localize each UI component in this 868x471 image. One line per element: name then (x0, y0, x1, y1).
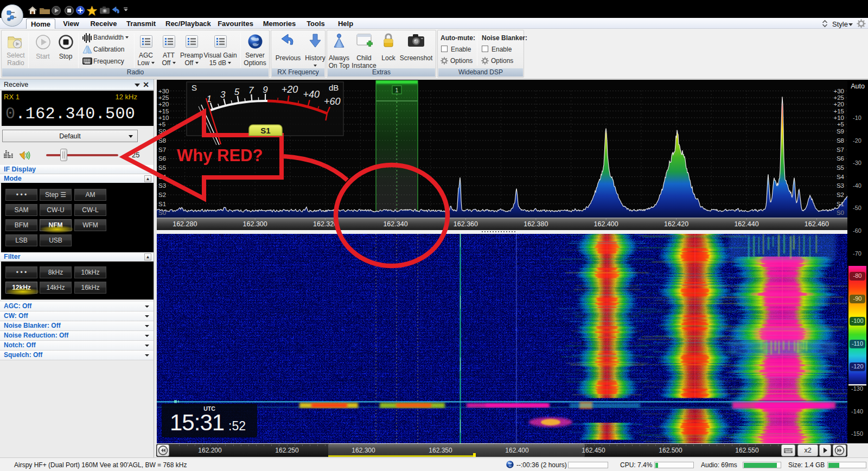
svg-text:S2: S2 (837, 192, 844, 198)
svg-text:S: S (192, 83, 197, 92)
svg-text:S3: S3 (158, 182, 166, 189)
svg-text:+5: +5 (158, 121, 165, 128)
svg-text:dB: dB (329, 83, 339, 92)
svg-text:+60: +60 (324, 96, 341, 107)
svg-text:162.280: 162.280 (173, 220, 197, 228)
svg-text:5: 5 (234, 87, 240, 97)
svg-text:162.360: 162.360 (454, 220, 478, 228)
svg-text:+10: +10 (158, 114, 169, 121)
svg-text:+25: +25 (833, 94, 844, 101)
svg-text:S2: S2 (158, 192, 166, 198)
svg-text:162.420: 162.420 (664, 220, 688, 228)
svg-text:S8: S8 (837, 137, 844, 144)
svg-text:S7: S7 (158, 147, 166, 153)
svg-text:162.340: 162.340 (383, 220, 407, 228)
svg-text:+30: +30 (158, 88, 169, 94)
svg-text:+25: +25 (158, 94, 169, 101)
svg-text:S5: S5 (158, 164, 166, 171)
svg-text:+15: +15 (158, 108, 169, 114)
svg-text:162.460: 162.460 (805, 220, 829, 228)
svg-text:S5: S5 (837, 164, 844, 171)
svg-text:S4: S4 (158, 174, 167, 180)
svg-text:15:31: 15:31 (170, 410, 224, 435)
svg-text:+15: +15 (833, 108, 844, 114)
svg-text:S8: S8 (158, 137, 166, 144)
svg-text:+40: +40 (303, 89, 320, 100)
svg-text:9: 9 (263, 85, 268, 95)
svg-text:+5: +5 (837, 121, 844, 128)
svg-text:S9: S9 (158, 128, 166, 135)
svg-text:3: 3 (220, 90, 226, 100)
svg-text:S1: S1 (837, 201, 844, 207)
svg-text:S0: S0 (837, 209, 844, 216)
svg-text:S9: S9 (837, 128, 844, 135)
svg-text:S4: S4 (837, 174, 845, 180)
svg-text:162.320: 162.320 (313, 220, 337, 228)
svg-text:7: 7 (248, 85, 254, 96)
svg-text:S6: S6 (158, 155, 166, 162)
svg-text:S1: S1 (158, 201, 166, 207)
svg-text:S0: S0 (158, 209, 166, 216)
svg-text:+10: +10 (833, 114, 844, 121)
svg-text:162.400: 162.400 (594, 220, 618, 228)
svg-text:1: 1 (395, 87, 399, 93)
svg-text:+20: +20 (158, 101, 169, 107)
svg-text:S6: S6 (837, 155, 844, 162)
svg-text:S3: S3 (837, 182, 844, 189)
svg-text:162.380: 162.380 (524, 220, 548, 228)
svg-text:162.300: 162.300 (243, 220, 267, 228)
svg-text::52: :52 (228, 419, 246, 433)
svg-text:S7: S7 (837, 147, 844, 153)
svg-text:+20: +20 (833, 101, 844, 107)
svg-text:+30: +30 (833, 88, 844, 94)
svg-text:162.440: 162.440 (734, 220, 758, 228)
svg-text:+20: +20 (282, 84, 298, 95)
